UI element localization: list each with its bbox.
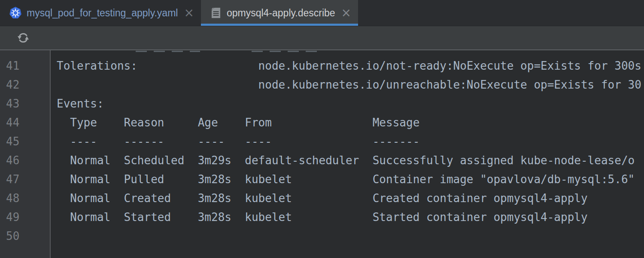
tab-mysql-pod-yaml[interactable]: mysql_pod_for_testing_apply.yaml × bbox=[0, 0, 201, 26]
tab-label: mysql_pod_for_testing_apply.yaml bbox=[27, 7, 178, 19]
gutter-numbers: 41424344454647484950 bbox=[0, 50, 50, 246]
code-line: Tolerations: node.kubernetes.io/not-read… bbox=[51, 56, 644, 75]
code-line: Normal Created 3m28s kubelet Created con… bbox=[51, 189, 644, 208]
line-number: 47 bbox=[0, 170, 50, 189]
code-line bbox=[51, 227, 644, 246]
line-number: 41 bbox=[0, 56, 50, 75]
kubernetes-icon bbox=[9, 7, 21, 19]
line-number: 49 bbox=[0, 208, 50, 227]
describe-toolbar bbox=[0, 26, 644, 50]
line-number-gutter: 41424344454647484950 bbox=[0, 50, 51, 258]
close-tab-icon[interactable]: × bbox=[184, 7, 194, 19]
code-line: Normal Started 3m28s kubelet Started con… bbox=[51, 208, 644, 227]
refresh-icon bbox=[16, 31, 30, 45]
line-number: 48 bbox=[0, 189, 50, 208]
code-line: Type Reason Age From Message bbox=[51, 113, 644, 132]
line-number: 50 bbox=[0, 227, 50, 246]
code-line: Normal Scheduled 3m29s default-scheduler… bbox=[51, 151, 644, 170]
close-tab-icon[interactable]: × bbox=[341, 7, 351, 19]
describe-output-editor[interactable]: Tolerations: node.kubernetes.io/not-read… bbox=[51, 50, 644, 258]
refresh-button[interactable] bbox=[15, 30, 31, 46]
tab-label: opmysql4-apply.describe bbox=[227, 7, 335, 19]
tab-opmysql4-apply-describe[interactable]: opmysql4-apply.describe × bbox=[201, 0, 358, 26]
code-line: Events: bbox=[51, 94, 644, 113]
code-line: Normal Pulled 3m28s kubelet Container im… bbox=[51, 170, 644, 189]
code-line: ---- ------ ---- ---- ------- bbox=[51, 132, 644, 151]
code-lines: Tolerations: node.kubernetes.io/not-read… bbox=[51, 50, 644, 246]
line-number: 43 bbox=[0, 94, 50, 113]
editor-tab-bar: mysql_pod_for_testing_apply.yaml × opmys… bbox=[0, 0, 644, 26]
editor-pane: 41424344454647484950 Tolerations: node.k… bbox=[0, 50, 644, 258]
line-number: 42 bbox=[0, 75, 50, 94]
line-number: 46 bbox=[0, 151, 50, 170]
clipped-line-remnant bbox=[252, 51, 319, 52]
code-line: node.kubernetes.io/unreachable:NoExecute… bbox=[51, 75, 644, 94]
text-file-icon bbox=[210, 6, 222, 19]
active-tab-indicator bbox=[201, 24, 358, 26]
line-number: 45 bbox=[0, 132, 50, 151]
clipped-line-remnant bbox=[136, 51, 200, 52]
line-number: 44 bbox=[0, 113, 50, 132]
